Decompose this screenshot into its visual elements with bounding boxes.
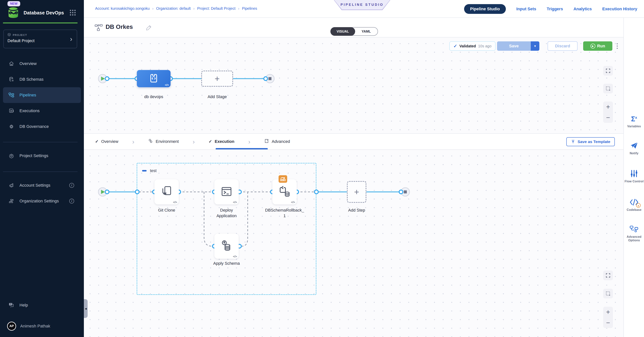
project-selector[interactable]: PROJECT Default Project › (3, 30, 77, 48)
help-chat-icon: ? (8, 302, 14, 308)
gear-icon (8, 153, 14, 158)
sidebar-collapse-handle[interactable]: ◀ (84, 299, 88, 318)
discard-button[interactable]: Discard (548, 42, 578, 51)
codebase-icon: ▲ (630, 199, 638, 206)
sidebar-item-executions[interactable]: Executions (0, 103, 84, 119)
toggle-yaml[interactable]: YAML (355, 28, 378, 36)
save-button[interactable]: Save (497, 42, 531, 51)
user-menu[interactable]: AP Animesh Pathak (0, 318, 84, 334)
chevron-right-icon: › (193, 138, 195, 145)
rail-label: Notify (630, 152, 638, 155)
sidebar-nav: Overview DB Schemas Pipelines Executions (0, 56, 84, 134)
tab-input-sets[interactable]: Input Sets (516, 6, 536, 12)
database-gear-icon (8, 77, 14, 82)
flow-control-sliders-icon (630, 170, 638, 178)
step-label: Deploy Application (210, 208, 243, 219)
tab-execution-history[interactable]: Execution History (602, 6, 637, 12)
variables-icon: Σx (631, 115, 637, 123)
visual-yaml-toggle[interactable]: VISUAL YAML (330, 27, 378, 36)
zoom-in-button[interactable]: + (606, 309, 610, 315)
tab-stage-overview[interactable]: ✓ Overview (95, 139, 118, 144)
tab-label: Execution (215, 139, 234, 144)
advanced-icon (264, 138, 269, 144)
pipeline-name: DB Orkes (106, 24, 133, 30)
validated-status-chip[interactable]: ✓ Validated 10s ago (449, 42, 496, 51)
tab-stage-advanced[interactable]: Advanced (264, 138, 290, 144)
sidebar-item-help[interactable]: ? Help (0, 297, 84, 313)
toggle-visual[interactable]: VISUAL (330, 27, 355, 36)
play-circle-icon: ▶ (590, 44, 595, 48)
tab-triggers[interactable]: Triggers (547, 6, 563, 12)
git-clone-icon (161, 186, 172, 198)
sidebar-item-account-settings[interactable]: Account Settings i (0, 178, 84, 193)
play-square-icon (8, 108, 14, 114)
run-button[interactable]: ▶ Run (583, 42, 612, 51)
breadcrumb-organization[interactable]: Organization: default (156, 6, 191, 11)
chevron-right-icon: › (70, 36, 72, 42)
avatar: AP (7, 322, 16, 331)
rail-item-codebase[interactable]: ▲ Codebase (624, 199, 644, 212)
edit-pencil-icon[interactable] (146, 24, 152, 32)
canvas-fullscreen-button[interactable] (603, 66, 613, 76)
breadcrumb-account[interactable]: Account: kurosakiichigo.songoku (95, 6, 150, 11)
sidebar-divider (3, 142, 78, 142)
step-node-dbschemarollback[interactable]: </> (272, 179, 297, 204)
more-options-kebab[interactable] (616, 42, 618, 50)
breadcrumb-separator: › (152, 6, 154, 11)
execution-canvas[interactable]: test (84, 150, 624, 337)
add-stage-node[interactable]: + (201, 70, 233, 87)
save-as-template-button[interactable]: Save as Template (566, 137, 615, 146)
terminal-icon (221, 186, 232, 198)
canvas-select-button[interactable] (603, 84, 613, 94)
sidebar-item-pipelines[interactable]: Pipelines (3, 87, 81, 103)
zoom-in-button[interactable]: + (606, 104, 610, 110)
sidebar-item-db-governance[interactable]: DB Governance (0, 119, 84, 134)
zoom-out-button[interactable]: − (606, 320, 610, 326)
add-step-node[interactable]: + (347, 181, 366, 203)
canvas-fullscreen-button[interactable] (603, 270, 613, 280)
rail-item-advanced-options[interactable]: Advanced Options (624, 225, 644, 242)
rail-label: Advanced Options (624, 235, 644, 242)
home-icon (8, 61, 14, 66)
step-node-deploy-application[interactable]: </> (214, 179, 239, 204)
tab-pipeline-studio[interactable]: Pipeline Studio (464, 4, 506, 14)
sidebar-item-db-schemas[interactable]: DB Schemas (0, 72, 84, 87)
gear-icon (8, 124, 14, 129)
zoom-out-button[interactable]: − (606, 115, 610, 120)
step-label: DBSchemaRollback_1 (265, 208, 304, 219)
step-node-apply-schema[interactable]: </> (214, 234, 239, 259)
app-switcher-icon[interactable] (70, 10, 76, 16)
step-label: Git Clone (146, 208, 187, 213)
validated-time: 10s ago (478, 44, 492, 48)
tab-analytics[interactable]: Analytics (574, 6, 592, 12)
check-icon: ✓ (95, 139, 98, 144)
pipeline-toolbar: DB Orkes VISUAL YAML ✓ Validated 10s ago… (84, 18, 624, 38)
save-dropdown-button[interactable]: ▾ (531, 42, 539, 51)
sidebar-item-overview[interactable]: Overview (0, 56, 84, 72)
rail-item-notify[interactable]: Notify (624, 142, 644, 155)
check-icon: ✓ (208, 139, 212, 144)
stage-tab-strip: ✓ Overview › Environment › ✓ Execution ›… (84, 133, 624, 150)
breadcrumb-project[interactable]: Project: Default Project (197, 6, 236, 11)
sidebar-item-project-settings[interactable]: Project Settings (0, 148, 84, 164)
code-glyph: </> (165, 83, 169, 86)
add-step-label: Add Step (336, 208, 377, 213)
step-node-git-clone[interactable]: </> (154, 179, 179, 204)
tab-stage-environment[interactable]: Environment (148, 138, 179, 144)
chevron-right-icon: › (248, 138, 250, 145)
tab-stage-execution[interactable]: ✓ Execution (208, 139, 234, 144)
breadcrumb-pipelines[interactable]: Pipelines (242, 6, 257, 11)
rail-item-variables[interactable]: Σx Variables (624, 115, 644, 128)
save-split-button: Save ▾ (497, 42, 539, 51)
plus-icon: + (215, 75, 220, 82)
rail-item-flow-control[interactable]: Flow Control (624, 170, 644, 183)
warning-icon: ▲ (636, 203, 641, 208)
info-icon[interactable]: i (69, 199, 74, 204)
database-devops-logo-icon (8, 6, 19, 19)
canvas-select-button[interactable] (603, 289, 613, 298)
info-icon[interactable]: i (69, 183, 74, 188)
canvas-zoom-controls: + − (603, 102, 613, 123)
stage-node-db-devops[interactable]: </> (137, 70, 170, 87)
stage-canvas[interactable]: </> db devops + Add Stage + − (84, 38, 624, 133)
sidebar-item-organization-settings[interactable]: Organization Settings i (0, 193, 84, 209)
